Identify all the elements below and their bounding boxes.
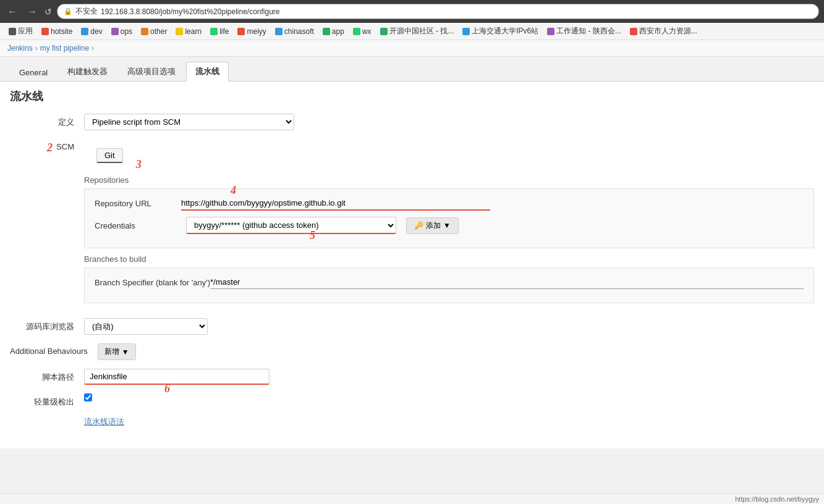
definition-select[interactable]: Pipeline script from SCM <box>84 114 294 130</box>
repo-url-row: Repository URL 4 <box>95 196 804 211</box>
pipeline-syntax-link[interactable]: 流水线语法 <box>84 417 124 426</box>
bookmark-meiyy-label: meiyy <box>247 27 266 36</box>
branches-section: Branch Specifier (blank for 'any') <box>84 267 814 303</box>
bookmark-meiyy[interactable]: meiyy <box>234 26 270 37</box>
additional-behaviours-label: Additional Behaviours <box>10 343 98 356</box>
additional-behaviours-value: 新增 ▼ <box>98 343 814 360</box>
additional-behaviours-row: Additional Behaviours 新增 ▼ <box>10 343 814 360</box>
branch-specifier-input[interactable] <box>210 275 804 289</box>
breadcrumb-sep1: › <box>35 44 38 52</box>
bookmark-wx[interactable]: wx <box>349 26 375 37</box>
credentials-select[interactable]: byygyy/****** (github access token) <box>186 217 396 234</box>
dropdown-arrow-icon: ▼ <box>122 348 129 356</box>
main-content: General 构建触发器 高级项目选项 流水线 流水线 定义 Pipeline… <box>0 57 824 448</box>
checkbox-row <box>84 393 814 401</box>
lightweight-checkbox[interactable] <box>84 393 92 401</box>
key-icon: 🔑 <box>414 221 423 230</box>
section-title: 流水线 <box>0 82 824 109</box>
lightweight-checkout-value <box>84 393 814 401</box>
annotation-3: 3 <box>136 158 142 171</box>
bookmark-kaiyuan[interactable]: 开源中国社区 - 找... <box>376 25 458 38</box>
gongzuo-icon <box>547 28 554 35</box>
xian-icon <box>630 28 637 35</box>
definition-label: 定义 <box>10 114 84 128</box>
script-path-value: 6 <box>84 369 814 385</box>
repo-url-input[interactable] <box>181 196 490 211</box>
bookmark-apps[interactable]: 应用 <box>5 25 36 38</box>
credentials-label: Credentials <box>95 221 181 230</box>
lightweight-checkout-row: 轻量级检出 <box>10 393 814 408</box>
form-area: 定义 Pipeline script from SCM SCM 2 3 <box>0 109 824 448</box>
bookmark-other-label: other <box>150 27 167 36</box>
apps-icon <box>9 28 16 35</box>
dev-icon <box>81 28 88 35</box>
app-icon <box>323 28 330 35</box>
bookmarks-bar: 应用 hotsite dev ops other learn life meiy… <box>0 23 824 40</box>
bookmark-kaiyuan-label: 开源中国社区 - 找... <box>389 26 454 36</box>
definition-row: 定义 Pipeline script from SCM <box>10 114 814 130</box>
tabs: General 构建触发器 高级项目选项 流水线 <box>0 57 824 82</box>
reload-button[interactable]: ↺ <box>45 7 52 17</box>
forward-button[interactable]: → <box>25 5 40 19</box>
annotation-5: 5 <box>310 229 315 242</box>
bookmark-chinasoft-label: chinasoft <box>284 27 314 36</box>
tab-advanced[interactable]: 高级项目选项 <box>118 62 185 81</box>
bookmark-xian[interactable]: 西安市人力资源... <box>626 25 701 38</box>
bookmark-apps-label: 应用 <box>18 26 33 36</box>
shanghai-icon <box>462 28 470 35</box>
repo-section: Repository URL 4 Credentials 5 <box>84 188 814 248</box>
bookmark-life[interactable]: life <box>206 26 232 37</box>
bookmark-chinasoft[interactable]: chinasoft <box>271 26 318 37</box>
hotsite-icon <box>41 28 49 35</box>
source-browser-select[interactable]: (自动) <box>84 318 208 335</box>
breadcrumb-sep2: › <box>91 44 94 52</box>
bookmark-app[interactable]: app <box>319 26 348 37</box>
source-browser-row: 源码库浏览器 (自动) <box>10 318 814 335</box>
lock-icon: 🔒 <box>64 7 72 15</box>
bookmark-shanghai[interactable]: 上海交通大学IPv6站 <box>459 25 542 38</box>
wx-icon <box>353 28 360 35</box>
bookmark-learn-label: learn <box>185 27 202 36</box>
annotation-2: 2 <box>47 141 53 154</box>
source-browser-label: 源码库浏览器 <box>10 318 84 332</box>
definition-value: Pipeline script from SCM <box>84 114 814 130</box>
bookmark-wx-label: wx <box>362 27 372 36</box>
bookmark-gongzuo[interactable]: 工作通知 - 陕西会... <box>543 25 625 38</box>
branches-label: Branches to build <box>84 254 814 264</box>
chinasoft-icon <box>275 28 282 35</box>
bookmark-app-label: app <box>332 27 344 36</box>
scm-value: 2 3 Git Repositories <box>84 139 814 309</box>
learn-icon <box>176 28 183 35</box>
new-behaviour-button[interactable]: 新增 ▼ <box>98 343 136 360</box>
source-browser-value: (自动) <box>84 318 814 335</box>
address-bar[interactable]: 🔒 不安全 192.168.3.8:8080/job/my%20fist%20p… <box>57 4 819 19</box>
bookmark-shanghai-label: 上海交通大学IPv6站 <box>472 26 538 36</box>
script-path-input[interactable] <box>84 369 270 385</box>
add-credentials-button[interactable]: 🔑 添加 ▼ <box>406 217 459 234</box>
bookmark-other[interactable]: other <box>137 26 171 37</box>
life-icon <box>210 28 218 35</box>
script-path-row: 脚本路径 6 <box>10 369 814 385</box>
bookmark-hotsite-label: hotsite <box>51 27 72 36</box>
tab-general[interactable]: General <box>10 64 57 81</box>
bookmark-dev[interactable]: dev <box>77 26 106 37</box>
url-text: 192.168.3.8:8080/job/my%20fist%20pipelin… <box>101 7 280 16</box>
bookmark-life-label: life <box>219 27 229 36</box>
breadcrumb-jenkins[interactable]: Jenkins <box>7 44 33 52</box>
dropdown-arrow-icon: ▼ <box>443 221 451 230</box>
tab-build-trigger[interactable]: 构建触发器 <box>58 62 117 81</box>
breadcrumb: Jenkins › my fist pipeline › <box>0 40 824 57</box>
script-path-label: 脚本路径 <box>10 369 84 383</box>
back-button[interactable]: ← <box>5 5 20 19</box>
breadcrumb-pipeline[interactable]: my fist pipeline <box>40 44 89 52</box>
repositories-label: Repositories <box>84 175 814 185</box>
bookmark-learn[interactable]: learn <box>172 26 205 37</box>
bookmark-ops-label: ops <box>121 27 132 36</box>
bookmark-ops[interactable]: ops <box>108 26 136 37</box>
bookmark-hotsite[interactable]: hotsite <box>38 26 76 37</box>
annotation-4: 4 <box>231 184 236 197</box>
browser-chrome: ← → ↺ 🔒 不安全 192.168.3.8:8080/job/my%20fi… <box>0 0 824 23</box>
tab-pipeline[interactable]: 流水线 <box>186 62 229 82</box>
pipeline-syntax-row: 流水线语法 <box>10 416 814 427</box>
git-tab[interactable]: Git <box>96 148 123 163</box>
